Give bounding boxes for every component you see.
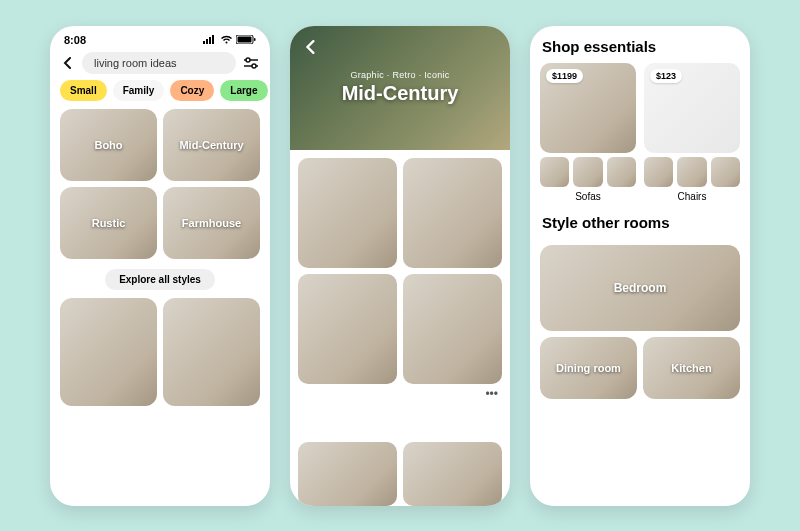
- product-thumbs: [540, 157, 636, 187]
- feed-pin[interactable]: [60, 298, 157, 406]
- pin[interactable]: [298, 158, 397, 268]
- wifi-icon: [220, 35, 233, 44]
- room-card-bedroom[interactable]: Bedroom: [540, 245, 740, 331]
- room-label: Bedroom: [614, 281, 667, 295]
- phone-screen-search: 8:08 living room ideas Small Family Cozy…: [50, 26, 270, 506]
- style-rooms-title: Style other rooms: [530, 202, 750, 239]
- room-card-kitchen[interactable]: Kitchen: [643, 337, 740, 399]
- chip-family[interactable]: Family: [113, 80, 165, 101]
- more-icon[interactable]: •••: [403, 390, 502, 442]
- pin-row: [290, 442, 510, 506]
- style-grid: Boho Mid-Century Rustic Farmhouse: [50, 109, 270, 259]
- filter-chips: Small Family Cozy Large Layo: [50, 80, 270, 109]
- pin[interactable]: [403, 274, 502, 384]
- price-tag: $1199: [546, 69, 583, 83]
- status-icons: [203, 35, 256, 44]
- room-label: Dining room: [556, 362, 621, 374]
- shop-essentials-title: Shop essentials: [530, 26, 750, 63]
- product-category-label: Chairs: [644, 191, 740, 202]
- style-label: Boho: [94, 139, 122, 151]
- room-grid: Dining room Kitchen: [530, 337, 750, 399]
- style-card-farmhouse[interactable]: Farmhouse: [163, 187, 260, 259]
- style-card-rustic[interactable]: Rustic: [60, 187, 157, 259]
- thumb[interactable]: [540, 157, 569, 187]
- svg-rect-3: [212, 35, 214, 44]
- status-bar: 8:08: [50, 26, 270, 48]
- search-row: living room ideas: [50, 48, 270, 80]
- search-input[interactable]: living room ideas: [82, 52, 236, 74]
- product-thumbs: [644, 157, 740, 187]
- feed-pin[interactable]: [163, 298, 260, 406]
- back-button[interactable]: [60, 55, 76, 71]
- chip-cozy[interactable]: Cozy: [170, 80, 214, 101]
- signal-icon: [203, 35, 217, 44]
- chip-small[interactable]: Small: [60, 80, 107, 101]
- thumb[interactable]: [644, 157, 673, 187]
- svg-rect-2: [209, 37, 211, 44]
- svg-rect-0: [203, 41, 205, 44]
- thumb[interactable]: [711, 157, 740, 187]
- back-button[interactable]: [300, 36, 322, 58]
- shop-card-chairs[interactable]: $123 Chairs: [644, 63, 740, 202]
- phone-screen-shop: Shop essentials $1199 Sofas $123 Chairs …: [530, 26, 750, 506]
- svg-point-7: [246, 58, 250, 62]
- shop-card-sofas[interactable]: $1199 Sofas: [540, 63, 636, 202]
- pin[interactable]: [298, 274, 397, 384]
- status-time: 8:08: [64, 34, 86, 46]
- chip-large[interactable]: Large: [220, 80, 267, 101]
- style-breadcrumb: Graphic · Retro · Iconic: [350, 70, 449, 80]
- phone-screen-style-detail: Graphic · Retro · Iconic Mid-Century •••: [290, 26, 510, 506]
- room-card-dining[interactable]: Dining room: [540, 337, 637, 399]
- style-label: Farmhouse: [182, 217, 241, 229]
- style-card-midcentury[interactable]: Mid-Century: [163, 109, 260, 181]
- shop-row: $1199 Sofas $123 Chairs: [530, 63, 750, 202]
- svg-rect-1: [206, 39, 208, 44]
- style-title: Mid-Century: [342, 82, 459, 105]
- pin[interactable]: [403, 442, 502, 506]
- room-label: Kitchen: [671, 362, 711, 374]
- style-label: Mid-Century: [179, 139, 243, 151]
- pin[interactable]: [403, 158, 502, 268]
- svg-point-10: [252, 64, 256, 68]
- feed-grid: [50, 298, 270, 406]
- style-hero: Graphic · Retro · Iconic Mid-Century: [290, 26, 510, 150]
- style-card-boho[interactable]: Boho: [60, 109, 157, 181]
- thumb[interactable]: [607, 157, 636, 187]
- thumb[interactable]: [573, 157, 602, 187]
- product-category-label: Sofas: [540, 191, 636, 202]
- style-label: Rustic: [92, 217, 126, 229]
- pin[interactable]: [298, 442, 397, 506]
- price-tag: $123: [650, 69, 682, 83]
- svg-rect-5: [238, 37, 252, 43]
- battery-icon: [236, 35, 256, 44]
- svg-rect-6: [254, 38, 256, 41]
- pin-masonry: •••: [290, 150, 510, 442]
- filter-button[interactable]: [242, 57, 260, 69]
- explore-all-button[interactable]: Explore all styles: [105, 269, 215, 290]
- thumb[interactable]: [677, 157, 706, 187]
